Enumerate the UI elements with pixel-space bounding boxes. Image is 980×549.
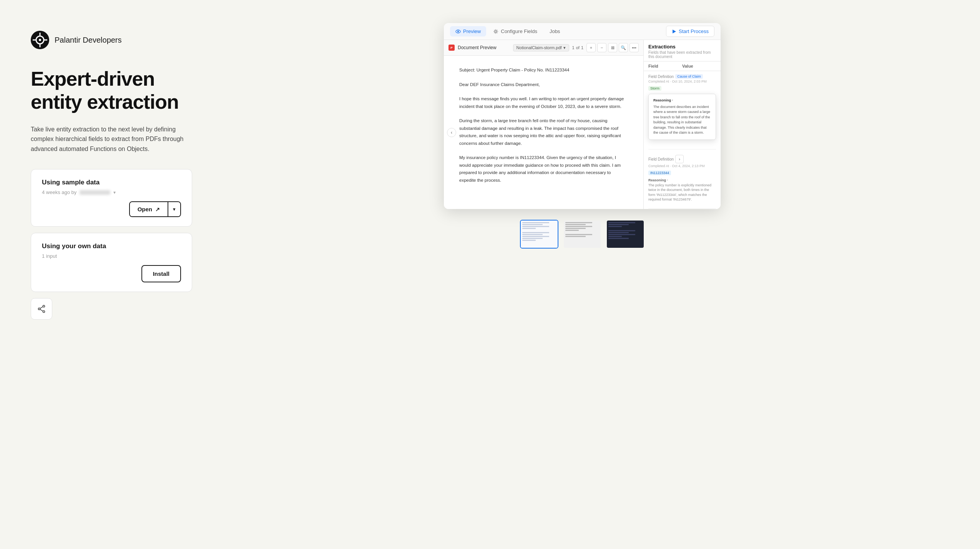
- start-process-label: Start Process: [679, 28, 709, 34]
- email-para3: My insurance policy number is IN11223344…: [459, 154, 628, 184]
- window-body: P Document Preview NotionalClaim-storm.p…: [444, 40, 721, 209]
- sample-data-actions: Open ↗ ▾: [42, 201, 181, 217]
- svg-point-7: [43, 305, 45, 307]
- page-current: 1: [572, 45, 575, 50]
- prev-page-button[interactable]: ‹: [447, 128, 456, 137]
- app-window: Preview Configure Fields Jobs: [444, 23, 721, 209]
- entry-1-def-label: Field Definition: [648, 75, 674, 79]
- entry-2-def-label: Field Definition: [648, 157, 674, 161]
- hero-description: Take live entity extraction to the next …: [31, 124, 192, 154]
- chevron-down-icon: ▾: [113, 190, 116, 195]
- extraction-entry-2: Field Definition › Completed At · Oct 4,…: [648, 156, 716, 209]
- extractions-title: Extractions: [648, 44, 716, 50]
- svg-point-2: [39, 39, 41, 41]
- doc-filename: NotionalClaim-storm.pdf: [517, 45, 562, 50]
- start-process-button[interactable]: Start Process: [666, 26, 714, 37]
- entry-1-field-def: Field Definition Cause of Claim: [648, 74, 716, 79]
- sample-data-meta: 4 weeks ago by ▾: [42, 189, 181, 195]
- left-panel: Palantir Developers Expert-driven entity…: [31, 23, 192, 320]
- svg-line-11: [40, 310, 43, 312]
- sample-data-subtitle: 4 weeks ago by: [42, 189, 76, 195]
- page-nav: 1 of 1: [572, 45, 583, 50]
- tab-preview-label: Preview: [463, 28, 481, 34]
- more-options-button[interactable]: •••: [630, 43, 639, 52]
- open-button-group: Open ↗ ▾: [129, 201, 181, 217]
- entry-2-reasoning-label: Reasoning ·: [648, 178, 716, 182]
- own-data-inputs: 1 input: [42, 253, 181, 259]
- email-subject: Subject: Urgent Property Claim - Policy …: [459, 66, 628, 74]
- sample-data-card: Using sample data 4 weeks ago by ▾ Open …: [31, 169, 192, 227]
- open-label: Open: [138, 206, 152, 212]
- doc-preview-title: Document Preview: [458, 45, 510, 50]
- brand-logo-icon: [31, 31, 49, 49]
- extractions-subtitle: Fields that have been extracted from thi…: [648, 50, 716, 59]
- share-button[interactable]: [31, 298, 52, 320]
- brand-header: Palantir Developers: [31, 31, 192, 49]
- doc-preview-pane: P Document Preview NotionalClaim-storm.p…: [444, 40, 644, 209]
- entry-2-completed: Completed At · Oct 4, 2024, 2:13 PM: [648, 164, 716, 168]
- reasoning-text-1: The document describes an incident where…: [653, 104, 711, 136]
- install-button[interactable]: Install: [141, 265, 181, 282]
- entry-1-value: Storm: [648, 86, 661, 91]
- entry-2-reasoning-text: The policy number is explicitly mentione…: [648, 183, 716, 202]
- svg-point-8: [38, 308, 40, 310]
- col-field-header: Field: [648, 64, 682, 68]
- email-para2: During the storm, a large tree branch fe…: [459, 117, 628, 147]
- col-value-header: Value: [682, 64, 716, 68]
- own-data-actions: Install: [42, 265, 181, 282]
- thumbnails-row: [520, 220, 644, 249]
- play-icon: [672, 29, 676, 34]
- own-data-card: Using your own data 1 input Install: [31, 233, 192, 292]
- svg-line-10: [40, 307, 43, 309]
- extractions-header: Extractions Fields that have been extrac…: [644, 40, 721, 61]
- open-arrow-icon: ↗: [155, 206, 160, 212]
- hero-title: Expert-driven entity extraction: [31, 68, 192, 114]
- entry-2-nav-button[interactable]: ›: [675, 155, 684, 163]
- tab-configure[interactable]: Configure Fields: [488, 26, 543, 36]
- tab-configure-label: Configure Fields: [501, 28, 537, 34]
- brand-name: Palantir Developers: [55, 36, 122, 45]
- search-doc-button[interactable]: 🔍: [619, 43, 628, 52]
- thumbnail-2[interactable]: [563, 220, 601, 249]
- extractions-body: Field Definition Cause of Claim Complete…: [644, 71, 721, 209]
- open-dropdown-button[interactable]: ▾: [168, 202, 180, 216]
- extractions-pane: Extractions Fields that have been extrac…: [644, 40, 721, 209]
- open-button[interactable]: Open ↗: [130, 202, 168, 216]
- tab-preview[interactable]: Preview: [450, 26, 486, 36]
- svg-point-9: [43, 311, 45, 313]
- svg-marker-15: [673, 30, 676, 33]
- tab-jobs[interactable]: Jobs: [544, 26, 565, 36]
- doc-filename-pill[interactable]: NotionalClaim-storm.pdf ▾: [513, 44, 569, 51]
- zoom-out-button[interactable]: −: [597, 43, 606, 52]
- fit-button[interactable]: ⊠: [608, 43, 617, 52]
- doc-content: ‹ Subject: Urgent Property Claim - Polic…: [444, 56, 643, 209]
- own-data-title: Using your own data: [42, 242, 181, 250]
- sample-data-title: Using sample data: [42, 179, 181, 186]
- entry-2-field-def: Field Definition ›: [648, 156, 716, 163]
- share-icon: [37, 305, 46, 313]
- doc-controls: + − ⊠ 🔍 •••: [586, 43, 639, 52]
- thumbnail-1[interactable]: [520, 220, 558, 249]
- entry-1-field-tag: Cause of Claim: [675, 74, 703, 79]
- svg-point-13: [457, 31, 459, 32]
- email-para1: I hope this message finds you well. I am…: [459, 95, 628, 110]
- thumbnail-3[interactable]: [606, 220, 644, 249]
- page-total: 1: [581, 45, 583, 50]
- page-of: of: [576, 45, 580, 50]
- reasoning-label-1: Reasoning ·: [653, 98, 711, 103]
- svg-point-14: [495, 30, 497, 32]
- sample-data-author-blur: [80, 190, 110, 195]
- eye-icon: [455, 29, 461, 34]
- entry-1-reasoning-popup: Reasoning · The document describes an in…: [648, 94, 716, 140]
- entry-1-completed: Completed At · Oct 10, 2024, 2:03 PM: [648, 80, 716, 83]
- extractions-col-headers: Field Value: [644, 61, 721, 71]
- page-layout: Palantir Developers Expert-driven entity…: [0, 0, 980, 549]
- window-tabs: Preview Configure Fields Jobs: [444, 23, 721, 40]
- chevron-down-icon: ▾: [563, 45, 566, 50]
- entry-2-value: IN11223344: [648, 171, 671, 175]
- email-salutation: Dear DEF Insurance Claims Department,: [459, 81, 628, 89]
- gear-icon: [493, 29, 498, 34]
- extraction-entry-1: Field Definition Cause of Claim Complete…: [648, 74, 716, 149]
- pdf-icon: P: [448, 45, 455, 51]
- zoom-in-button[interactable]: +: [586, 43, 596, 52]
